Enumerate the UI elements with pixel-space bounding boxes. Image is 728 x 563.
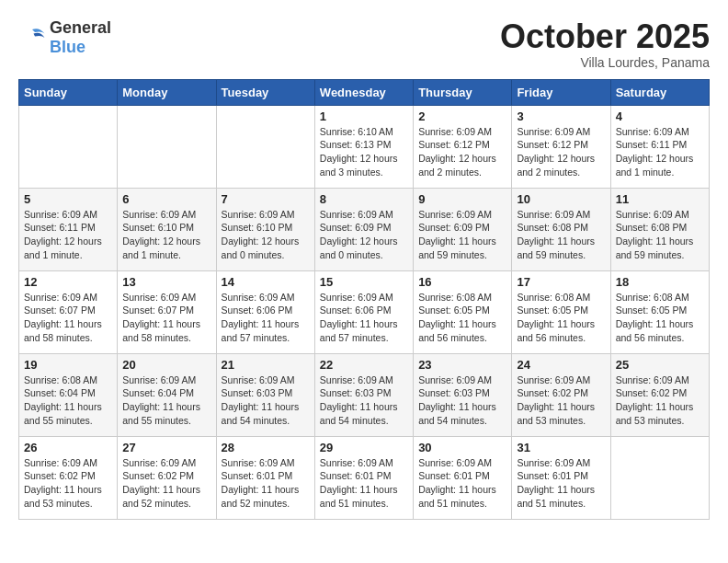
day-number: 19 — [24, 358, 112, 372]
day-number: 5 — [24, 192, 112, 206]
day-number: 2 — [418, 109, 506, 123]
calendar-day-9: 9Sunrise: 6:09 AMSunset: 6:09 PMDaylight… — [414, 188, 512, 270]
day-number: 12 — [24, 275, 112, 289]
day-number: 21 — [222, 358, 310, 372]
calendar-day-15: 15Sunrise: 6:09 AMSunset: 6:06 PMDayligh… — [314, 270, 413, 353]
calendar-week-row: 12Sunrise: 6:09 AMSunset: 6:07 PMDayligh… — [19, 270, 710, 353]
day-number: 14 — [222, 275, 310, 289]
calendar-day-23: 23Sunrise: 6:09 AMSunset: 6:03 PMDayligh… — [414, 353, 512, 436]
day-number: 27 — [122, 441, 210, 454]
day-number: 18 — [616, 275, 704, 289]
calendar-week-row: 19Sunrise: 6:08 AMSunset: 6:04 PMDayligh… — [19, 353, 710, 436]
day-info: Sunrise: 6:09 AMSunset: 6:08 PMDaylight:… — [517, 208, 605, 262]
weekday-header-saturday: Saturday — [610, 79, 709, 105]
day-number: 11 — [616, 192, 704, 206]
calendar-day-19: 19Sunrise: 6:08 AMSunset: 6:04 PMDayligh… — [19, 353, 118, 436]
calendar-day-18: 18Sunrise: 6:08 AMSunset: 6:05 PMDayligh… — [610, 270, 709, 353]
day-number: 22 — [320, 358, 408, 372]
day-info: Sunrise: 6:09 AMSunset: 6:02 PMDaylight:… — [24, 456, 112, 511]
day-info: Sunrise: 6:09 AMSunset: 6:04 PMDaylight:… — [122, 373, 210, 428]
calendar-day-29: 29Sunrise: 6:09 AMSunset: 6:01 PMDayligh… — [314, 436, 413, 519]
day-info: Sunrise: 6:09 AMSunset: 6:10 PMDaylight:… — [222, 208, 310, 262]
calendar-day-5: 5Sunrise: 6:09 AMSunset: 6:11 PMDaylight… — [19, 188, 118, 270]
day-info: Sunrise: 6:09 AMSunset: 6:03 PMDaylight:… — [222, 373, 310, 428]
day-number: 10 — [517, 192, 605, 206]
logo: General Blue — [18, 18, 111, 57]
day-info: Sunrise: 6:08 AMSunset: 6:04 PMDaylight:… — [24, 373, 112, 428]
day-info: Sunrise: 6:09 AMSunset: 6:12 PMDaylight:… — [517, 125, 605, 179]
day-number: 1 — [320, 109, 408, 123]
day-number: 13 — [122, 275, 210, 289]
calendar-empty-cell — [216, 105, 314, 188]
calendar-week-row: 1Sunrise: 6:10 AMSunset: 6:13 PMDaylight… — [19, 105, 710, 188]
calendar-day-7: 7Sunrise: 6:09 AMSunset: 6:10 PMDaylight… — [216, 188, 314, 270]
calendar-day-11: 11Sunrise: 6:09 AMSunset: 6:08 PMDayligh… — [610, 188, 709, 270]
calendar-day-2: 2Sunrise: 6:09 AMSunset: 6:12 PMDaylight… — [414, 105, 512, 188]
day-number: 26 — [24, 441, 112, 454]
day-info: Sunrise: 6:09 AMSunset: 6:10 PMDaylight:… — [122, 208, 210, 262]
calendar-day-10: 10Sunrise: 6:09 AMSunset: 6:08 PMDayligh… — [512, 188, 610, 270]
weekday-header-row: SundayMondayTuesdayWednesdayThursdayFrid… — [19, 79, 710, 105]
day-number: 7 — [222, 192, 310, 206]
day-info: Sunrise: 6:09 AMSunset: 6:09 PMDaylight:… — [320, 208, 408, 262]
calendar-day-21: 21Sunrise: 6:09 AMSunset: 6:03 PMDayligh… — [216, 353, 314, 436]
calendar-day-1: 1Sunrise: 6:10 AMSunset: 6:13 PMDaylight… — [314, 105, 413, 188]
calendar-day-28: 28Sunrise: 6:09 AMSunset: 6:01 PMDayligh… — [216, 436, 314, 519]
day-number: 9 — [418, 192, 506, 206]
day-info: Sunrise: 6:09 AMSunset: 6:02 PMDaylight:… — [122, 456, 210, 511]
day-number: 25 — [616, 358, 704, 372]
calendar-week-row: 5Sunrise: 6:09 AMSunset: 6:11 PMDaylight… — [19, 188, 710, 270]
day-info: Sunrise: 6:08 AMSunset: 6:05 PMDaylight:… — [616, 291, 704, 345]
logo-text: General Blue — [50, 18, 111, 57]
calendar-table: SundayMondayTuesdayWednesdayThursdayFrid… — [18, 79, 710, 520]
day-info: Sunrise: 6:09 AMSunset: 6:07 PMDaylight:… — [122, 291, 210, 345]
calendar-day-12: 12Sunrise: 6:09 AMSunset: 6:07 PMDayligh… — [19, 270, 118, 353]
calendar-day-20: 20Sunrise: 6:09 AMSunset: 6:04 PMDayligh… — [118, 353, 216, 436]
day-number: 15 — [320, 275, 408, 289]
day-number: 28 — [222, 441, 310, 454]
calendar-day-4: 4Sunrise: 6:09 AMSunset: 6:11 PMDaylight… — [610, 105, 709, 188]
logo-icon — [18, 27, 46, 49]
calendar-day-26: 26Sunrise: 6:09 AMSunset: 6:02 PMDayligh… — [19, 436, 118, 519]
calendar-day-31: 31Sunrise: 6:09 AMSunset: 6:01 PMDayligh… — [512, 436, 610, 519]
day-info: Sunrise: 6:09 AMSunset: 6:01 PMDaylight:… — [517, 456, 605, 511]
day-number: 3 — [517, 109, 605, 123]
weekday-header-tuesday: Tuesday — [216, 79, 314, 105]
calendar-day-27: 27Sunrise: 6:09 AMSunset: 6:02 PMDayligh… — [118, 436, 216, 519]
day-info: Sunrise: 6:09 AMSunset: 6:07 PMDaylight:… — [24, 291, 112, 345]
calendar-day-6: 6Sunrise: 6:09 AMSunset: 6:10 PMDaylight… — [118, 188, 216, 270]
calendar-empty-cell — [610, 436, 709, 519]
day-number: 30 — [418, 441, 506, 454]
calendar-empty-cell — [118, 105, 216, 188]
day-info: Sunrise: 6:09 AMSunset: 6:11 PMDaylight:… — [616, 125, 704, 179]
calendar-day-14: 14Sunrise: 6:09 AMSunset: 6:06 PMDayligh… — [216, 270, 314, 353]
day-number: 6 — [122, 192, 210, 206]
weekday-header-sunday: Sunday — [19, 79, 118, 105]
day-number: 17 — [517, 275, 605, 289]
day-info: Sunrise: 6:09 AMSunset: 6:01 PMDaylight:… — [418, 456, 506, 511]
calendar-week-row: 26Sunrise: 6:09 AMSunset: 6:02 PMDayligh… — [19, 436, 710, 519]
location-subtitle: Villa Lourdes, Panama — [500, 55, 710, 70]
calendar-day-30: 30Sunrise: 6:09 AMSunset: 6:01 PMDayligh… — [414, 436, 512, 519]
day-number: 20 — [122, 358, 210, 372]
title-block: October 2025 Villa Lourdes, Panama — [500, 18, 710, 70]
day-number: 31 — [517, 441, 605, 454]
weekday-header-monday: Monday — [118, 79, 216, 105]
calendar-day-8: 8Sunrise: 6:09 AMSunset: 6:09 PMDaylight… — [314, 188, 413, 270]
day-info: Sunrise: 6:08 AMSunset: 6:05 PMDaylight:… — [517, 291, 605, 345]
day-number: 29 — [320, 441, 408, 454]
day-info: Sunrise: 6:09 AMSunset: 6:12 PMDaylight:… — [418, 125, 506, 179]
weekday-header-thursday: Thursday — [414, 79, 512, 105]
day-number: 23 — [418, 358, 506, 372]
day-info: Sunrise: 6:09 AMSunset: 6:11 PMDaylight:… — [24, 208, 112, 262]
logo-general: General — [50, 18, 111, 37]
calendar-day-16: 16Sunrise: 6:08 AMSunset: 6:05 PMDayligh… — [414, 270, 512, 353]
day-info: Sunrise: 6:09 AMSunset: 6:02 PMDaylight:… — [517, 373, 605, 428]
day-info: Sunrise: 6:10 AMSunset: 6:13 PMDaylight:… — [320, 125, 408, 179]
calendar-day-22: 22Sunrise: 6:09 AMSunset: 6:03 PMDayligh… — [314, 353, 413, 436]
logo-blue: Blue — [50, 38, 85, 56]
page-header: General Blue October 2025 Villa Lourdes,… — [18, 18, 710, 70]
calendar-day-25: 25Sunrise: 6:09 AMSunset: 6:02 PMDayligh… — [610, 353, 709, 436]
day-info: Sunrise: 6:09 AMSunset: 6:01 PMDaylight:… — [320, 456, 408, 511]
month-title: October 2025 — [500, 18, 710, 55]
